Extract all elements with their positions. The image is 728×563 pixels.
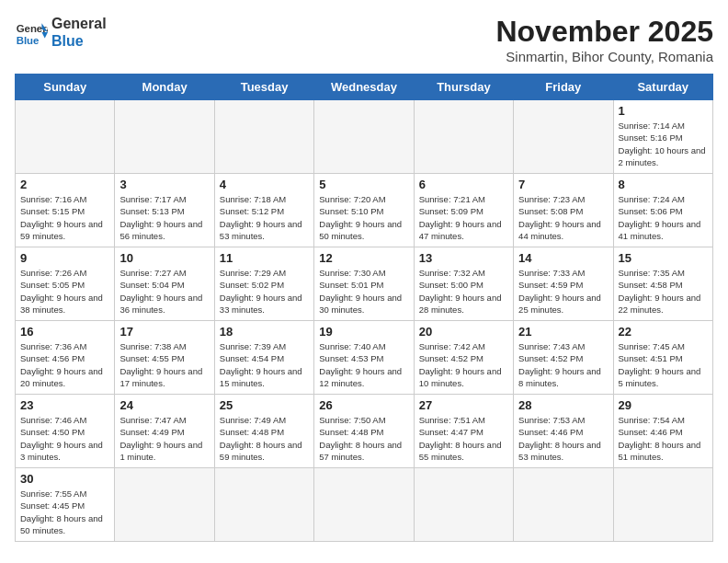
- location-title: Sinmartin, Bihor County, Romania: [495, 49, 713, 64]
- day-info: Sunrise: 7:42 AM Sunset: 4:52 PM Dayligh…: [419, 340, 508, 389]
- calendar-day-cell: [214, 468, 313, 542]
- calendar-day-cell: 9Sunrise: 7:26 AM Sunset: 5:05 PM Daylig…: [16, 247, 115, 321]
- day-info: Sunrise: 7:38 AM Sunset: 4:55 PM Dayligh…: [119, 340, 209, 389]
- day-number: 1: [619, 104, 708, 118]
- day-number: 4: [220, 178, 309, 191]
- day-info: Sunrise: 7:23 AM Sunset: 5:08 PM Dayligh…: [518, 193, 608, 242]
- calendar-day-cell: 3Sunrise: 7:17 AM Sunset: 5:13 PM Daylig…: [115, 174, 214, 247]
- calendar-day-cell: 17Sunrise: 7:38 AM Sunset: 4:55 PM Dayli…: [115, 321, 214, 395]
- calendar-day-cell: 2Sunrise: 7:16 AM Sunset: 5:15 PM Daylig…: [16, 174, 115, 247]
- calendar-day-cell: 4Sunrise: 7:18 AM Sunset: 5:12 PM Daylig…: [214, 174, 313, 247]
- day-number: 10: [119, 251, 209, 265]
- calendar-header-row: SundayMondayTuesdayWednesdayThursdayFrid…: [16, 75, 713, 100]
- calendar-week-row: 30Sunrise: 7:55 AM Sunset: 4:45 PM Dayli…: [16, 468, 713, 542]
- calendar-day-cell: [613, 468, 712, 542]
- calendar-day-cell: 13Sunrise: 7:32 AM Sunset: 5:00 PM Dayli…: [414, 247, 513, 321]
- day-number: 27: [419, 398, 508, 412]
- calendar-day-cell: 23Sunrise: 7:46 AM Sunset: 4:50 PM Dayli…: [16, 395, 115, 468]
- day-info: Sunrise: 7:21 AM Sunset: 5:09 PM Dayligh…: [419, 193, 508, 242]
- day-header-thursday: Thursday: [414, 75, 513, 100]
- calendar-day-cell: 29Sunrise: 7:54 AM Sunset: 4:46 PM Dayli…: [613, 395, 712, 468]
- calendar-day-cell: [314, 468, 414, 542]
- month-title: November 2025: [495, 15, 713, 49]
- day-info: Sunrise: 7:24 AM Sunset: 5:06 PM Dayligh…: [619, 193, 708, 242]
- logo-general-text: General: [51, 15, 107, 32]
- logo: General Blue General Blue: [15, 15, 107, 50]
- day-info: Sunrise: 7:45 AM Sunset: 4:51 PM Dayligh…: [619, 340, 708, 389]
- day-info: Sunrise: 7:32 AM Sunset: 5:00 PM Dayligh…: [419, 267, 508, 316]
- day-info: Sunrise: 7:54 AM Sunset: 4:46 PM Dayligh…: [619, 414, 708, 463]
- day-number: 26: [319, 398, 408, 412]
- svg-text:Blue: Blue: [17, 35, 40, 46]
- day-number: 25: [220, 398, 309, 412]
- calendar-day-cell: 6Sunrise: 7:21 AM Sunset: 5:09 PM Daylig…: [414, 174, 513, 247]
- day-header-monday: Monday: [115, 75, 214, 100]
- calendar-day-cell: [514, 468, 613, 542]
- calendar-day-cell: 26Sunrise: 7:50 AM Sunset: 4:48 PM Dayli…: [314, 395, 414, 468]
- calendar-week-row: 9Sunrise: 7:26 AM Sunset: 5:05 PM Daylig…: [16, 247, 713, 321]
- day-number: 17: [119, 325, 209, 339]
- day-info: Sunrise: 7:53 AM Sunset: 4:46 PM Dayligh…: [518, 414, 608, 463]
- calendar-day-cell: [314, 100, 414, 174]
- calendar-day-cell: 21Sunrise: 7:43 AM Sunset: 4:52 PM Dayli…: [514, 321, 613, 395]
- calendar-day-cell: [514, 100, 613, 174]
- calendar-week-row: 2Sunrise: 7:16 AM Sunset: 5:15 PM Daylig…: [16, 174, 713, 247]
- day-info: Sunrise: 7:16 AM Sunset: 5:15 PM Dayligh…: [20, 193, 109, 242]
- day-number: 15: [619, 251, 708, 265]
- day-number: 22: [619, 325, 708, 339]
- page-header: General Blue General Blue November 2025 …: [15, 15, 713, 64]
- day-info: Sunrise: 7:50 AM Sunset: 4:48 PM Dayligh…: [319, 414, 408, 463]
- day-number: 7: [518, 178, 608, 191]
- calendar-day-cell: [115, 100, 214, 174]
- day-number: 12: [319, 251, 408, 265]
- calendar-day-cell: 22Sunrise: 7:45 AM Sunset: 4:51 PM Dayli…: [613, 321, 712, 395]
- calendar-day-cell: 30Sunrise: 7:55 AM Sunset: 4:45 PM Dayli…: [16, 468, 115, 542]
- svg-marker-3: [41, 32, 48, 39]
- calendar-table: SundayMondayTuesdayWednesdayThursdayFrid…: [15, 74, 713, 542]
- calendar-day-cell: 12Sunrise: 7:30 AM Sunset: 5:01 PM Dayli…: [314, 247, 414, 321]
- day-info: Sunrise: 7:18 AM Sunset: 5:12 PM Dayligh…: [220, 193, 309, 242]
- day-info: Sunrise: 7:30 AM Sunset: 5:01 PM Dayligh…: [319, 267, 408, 316]
- calendar-day-cell: 11Sunrise: 7:29 AM Sunset: 5:02 PM Dayli…: [214, 247, 313, 321]
- day-info: Sunrise: 7:46 AM Sunset: 4:50 PM Dayligh…: [20, 414, 109, 463]
- day-number: 6: [419, 178, 508, 191]
- calendar-day-cell: [214, 100, 313, 174]
- day-info: Sunrise: 7:43 AM Sunset: 4:52 PM Dayligh…: [518, 340, 608, 389]
- calendar-day-cell: 10Sunrise: 7:27 AM Sunset: 5:04 PM Dayli…: [115, 247, 214, 321]
- day-number: 14: [518, 251, 608, 265]
- day-info: Sunrise: 7:40 AM Sunset: 4:53 PM Dayligh…: [319, 340, 408, 389]
- day-number: 18: [220, 325, 309, 339]
- day-number: 5: [319, 178, 408, 191]
- calendar-day-cell: 14Sunrise: 7:33 AM Sunset: 4:59 PM Dayli…: [514, 247, 613, 321]
- logo-blue-text: Blue: [51, 32, 107, 50]
- day-number: 19: [319, 325, 408, 339]
- calendar-day-cell: 24Sunrise: 7:47 AM Sunset: 4:49 PM Dayli…: [115, 395, 214, 468]
- calendar-day-cell: 7Sunrise: 7:23 AM Sunset: 5:08 PM Daylig…: [514, 174, 613, 247]
- day-info: Sunrise: 7:36 AM Sunset: 4:56 PM Dayligh…: [20, 340, 109, 389]
- calendar-week-row: 23Sunrise: 7:46 AM Sunset: 4:50 PM Dayli…: [16, 395, 713, 468]
- logo-icon: General Blue: [15, 16, 48, 49]
- calendar-day-cell: 20Sunrise: 7:42 AM Sunset: 4:52 PM Dayli…: [414, 321, 513, 395]
- day-info: Sunrise: 7:33 AM Sunset: 4:59 PM Dayligh…: [518, 267, 608, 316]
- calendar-day-cell: 8Sunrise: 7:24 AM Sunset: 5:06 PM Daylig…: [613, 174, 712, 247]
- calendar-week-row: 16Sunrise: 7:36 AM Sunset: 4:56 PM Dayli…: [16, 321, 713, 395]
- day-header-friday: Friday: [514, 75, 613, 100]
- day-number: 9: [20, 251, 109, 265]
- day-header-sunday: Sunday: [16, 75, 115, 100]
- calendar-day-cell: [414, 468, 513, 542]
- day-header-saturday: Saturday: [613, 75, 712, 100]
- calendar-day-cell: 5Sunrise: 7:20 AM Sunset: 5:10 PM Daylig…: [314, 174, 414, 247]
- calendar-day-cell: [115, 468, 214, 542]
- calendar-day-cell: 25Sunrise: 7:49 AM Sunset: 4:48 PM Dayli…: [214, 395, 313, 468]
- day-number: 23: [20, 398, 109, 412]
- day-header-tuesday: Tuesday: [214, 75, 313, 100]
- day-number: 11: [220, 251, 309, 265]
- day-info: Sunrise: 7:14 AM Sunset: 5:16 PM Dayligh…: [619, 120, 708, 168]
- calendar-day-cell: 18Sunrise: 7:39 AM Sunset: 4:54 PM Dayli…: [214, 321, 313, 395]
- day-number: 24: [119, 398, 209, 412]
- day-number: 3: [119, 178, 209, 191]
- day-header-wednesday: Wednesday: [314, 75, 414, 100]
- day-number: 8: [619, 178, 708, 191]
- day-number: 30: [20, 472, 109, 486]
- calendar-day-cell: 27Sunrise: 7:51 AM Sunset: 4:47 PM Dayli…: [414, 395, 513, 468]
